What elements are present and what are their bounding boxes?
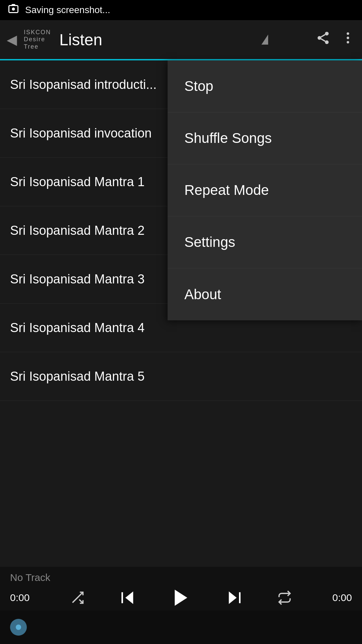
app-logo: ISKCON Desire Tree: [24, 29, 51, 51]
dropdown-item-stop-label: Stop: [184, 78, 213, 94]
dropdown-item-repeat-label: Repeat Mode: [184, 182, 269, 198]
app-bar: ◀ ISKCON Desire Tree Listen: [0, 20, 362, 60]
repeat-button[interactable]: [277, 590, 292, 605]
time-total: 0:00: [325, 592, 352, 603]
app-logo-line1: ISKCON: [24, 29, 51, 36]
svg-point-8: [347, 37, 349, 39]
app-logo-line3: Tree: [24, 43, 39, 51]
dropdown-item-settings-label: Settings: [184, 234, 235, 250]
svg-point-3: [318, 36, 321, 40]
bottom-player: No Track 0:00: [0, 567, 362, 644]
back-arrow-icon[interactable]: ◀: [7, 32, 17, 47]
dropdown-item-repeat[interactable]: Repeat Mode: [168, 164, 362, 216]
svg-point-7: [347, 33, 349, 35]
dropdown-item-shuffle-label: Shuffle Songs: [184, 130, 272, 146]
app-logo-line2: Desire: [24, 36, 45, 43]
page-title: Listen: [59, 31, 102, 49]
svg-marker-12: [125, 591, 133, 604]
player-controls: 0:00: [0, 585, 362, 610]
svg-line-5: [321, 39, 325, 41]
svg-marker-15: [229, 591, 237, 604]
dropdown-item-stop[interactable]: Stop: [168, 60, 362, 112]
app-bar-left: ◀ ISKCON Desire Tree Listen: [7, 29, 102, 51]
svg-point-9: [347, 41, 349, 43]
dropdown-item-shuffle[interactable]: Shuffle Songs: [168, 112, 362, 164]
time-elapsed: 0:00: [10, 592, 37, 603]
nav-dot-inner: [16, 625, 21, 630]
track-item[interactable]: Sri Isopanisad Mantra 5: [0, 352, 362, 401]
dropdown-item-about[interactable]: About: [168, 268, 362, 320]
status-bar: Saving screenshot...: [0, 0, 362, 20]
screenshot-icon: [7, 3, 20, 17]
track-name: Sri Isopanisad introducti...: [10, 77, 157, 92]
status-bar-text: Saving screenshot...: [25, 5, 110, 15]
track-name: Sri Isopanisad invocation: [10, 126, 152, 141]
svg-point-4: [325, 40, 329, 44]
track-name: Sri Isopanisad Mantra 3: [10, 272, 144, 286]
svg-line-6: [321, 35, 325, 37]
svg-point-1: [12, 8, 15, 11]
track-name: Sri Isopanisad Mantra 1: [10, 175, 144, 189]
svg-point-2: [325, 32, 329, 36]
play-button[interactable]: [170, 587, 192, 608]
track-name: Sri Isopanisad Mantra 5: [10, 369, 144, 384]
share-icon[interactable]: [316, 31, 330, 49]
more-options-icon[interactable]: [341, 31, 355, 49]
dropdown-item-settings[interactable]: Settings: [168, 216, 362, 268]
previous-button[interactable]: [118, 588, 137, 607]
nav-dot[interactable]: [10, 619, 27, 636]
app-bar-actions: [316, 31, 355, 49]
dropdown-menu: Stop Shuffle Songs Repeat Mode Settings …: [168, 60, 362, 320]
bottom-nav: [0, 610, 362, 644]
now-playing-label: No Track: [0, 567, 362, 585]
track-name: Sri Isopanisad Mantra 4: [10, 321, 144, 335]
shuffle-button[interactable]: [70, 590, 85, 605]
dropdown-item-about-label: About: [184, 286, 221, 303]
track-name: Sri Isopanisad Mantra 2: [10, 223, 144, 238]
next-button[interactable]: [225, 588, 244, 607]
signal-icon: [261, 35, 268, 45]
svg-marker-14: [175, 590, 187, 606]
